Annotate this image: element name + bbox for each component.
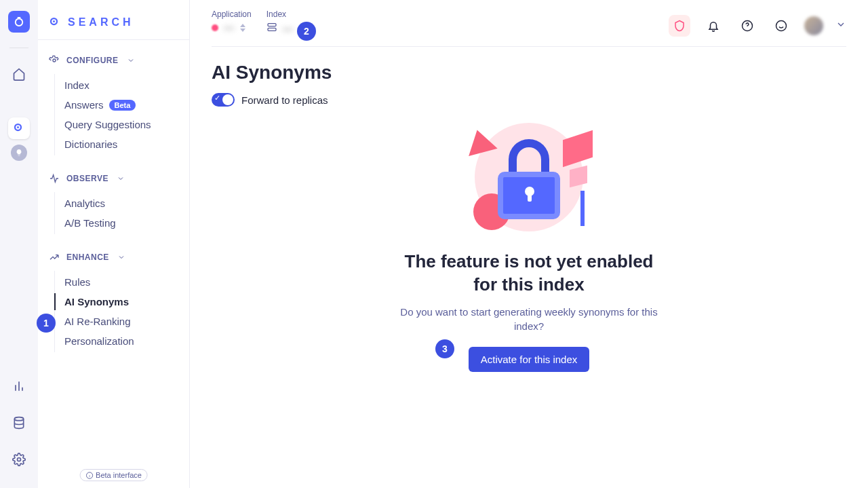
help-icon[interactable] [736, 15, 758, 37]
beta-badge: Beta [109, 100, 136, 111]
annotation-1: 1 [37, 314, 56, 333]
index-selector-value: — [283, 23, 293, 35]
smile-icon[interactable] [770, 15, 792, 37]
sidebar-item-query-suggestions[interactable]: Query Suggestions [55, 115, 181, 134]
sidebar-item-index[interactable]: Index [55, 75, 181, 95]
home-icon[interactable] [8, 63, 30, 85]
sidebar-item-ai-reranking[interactable]: AI Re-Ranking [55, 312, 181, 331]
app-stepper-icon[interactable] [239, 24, 246, 32]
sidebar-item-answers[interactable]: AnswersBeta [55, 95, 181, 115]
lock-illustration [461, 123, 597, 238]
empty-state: The feature is not yet enabled for this … [212, 123, 846, 372]
brand-text: SEARCH [68, 16, 134, 29]
svg-point-0 [16, 19, 23, 26]
svg-rect-9 [268, 24, 276, 26]
section-label: ENHANCE [66, 252, 109, 262]
beta-interface-chip[interactable]: Beta interface [79, 469, 148, 481]
app-selector-label: Application [212, 10, 252, 19]
annotation-2: 2 [297, 22, 316, 41]
sidebar-item-personalization[interactable]: Personalization [55, 331, 181, 351]
index-db-icon [267, 22, 277, 35]
sidebar: SEARCH CONFIGURE Index AnswersBeta Query… [38, 0, 190, 488]
section-configure[interactable]: CONFIGURE [46, 51, 181, 70]
sidebar-item-ab-testing[interactable]: A/B Testing [55, 213, 181, 233]
svg-point-7 [53, 59, 56, 62]
info-icon [85, 472, 93, 479]
svg-point-3 [14, 417, 23, 421]
forward-replicas-row: Forward to replicas [212, 93, 846, 107]
account-menu-chevron-icon[interactable] [835, 19, 846, 33]
forward-replicas-toggle[interactable] [212, 93, 235, 107]
svg-rect-10 [268, 28, 276, 31]
bell-icon[interactable] [703, 15, 724, 37]
svg-point-6 [53, 20, 55, 22]
app-logo-icon[interactable] [8, 11, 30, 33]
pulse-icon [49, 173, 60, 184]
chevron-down-icon [117, 253, 125, 261]
section-enhance[interactable]: ENHANCE [46, 248, 181, 267]
application-selector[interactable]: Application — [212, 10, 252, 35]
avatar[interactable] [804, 16, 823, 35]
empty-title: The feature is not yet enabled for this … [405, 250, 654, 297]
settings-rail-icon[interactable] [8, 449, 30, 470]
app-selector-value: — [224, 22, 234, 33]
annotation-3: 3 [435, 339, 454, 358]
activate-button[interactable]: Activate for this index [469, 347, 590, 372]
section-observe[interactable]: OBSERVE [46, 169, 181, 188]
header-actions [669, 10, 846, 37]
chevron-down-icon [117, 174, 125, 183]
trend-icon [49, 252, 60, 263]
analytics-rail-icon[interactable] [8, 375, 30, 397]
shield-icon[interactable] [669, 15, 690, 37]
forward-replicas-label: Forward to replicas [241, 94, 328, 106]
product-brand: SEARCH [46, 11, 181, 39]
svg-point-4 [18, 458, 21, 462]
sidebar-item-dictionaries[interactable]: Dictionaries [55, 134, 181, 154]
section-label: OBSERVE [66, 174, 108, 183]
search-product-icon[interactable] [8, 117, 30, 139]
sidebar-item-analytics[interactable]: Analytics [55, 193, 181, 213]
svg-point-2 [17, 126, 19, 128]
chevron-down-icon [127, 56, 135, 64]
section-label: CONFIGURE [66, 56, 119, 65]
sidebar-item-ai-synonyms[interactable]: AI Synonyms [55, 292, 181, 312]
page-title: AI Synonyms [212, 62, 846, 83]
sidebar-item-rules[interactable]: Rules [55, 272, 181, 292]
icon-rail [0, 0, 38, 488]
empty-subtitle: Do you want to start generating weekly s… [393, 305, 665, 333]
index-selector-label: Index [267, 10, 305, 19]
gear-icon [49, 55, 60, 66]
svg-point-12 [776, 21, 787, 31]
app-dot-icon [212, 24, 218, 31]
hint-icon[interactable] [11, 145, 27, 161]
main-content: Application — Index — [190, 0, 868, 488]
database-rail-icon[interactable] [8, 412, 30, 434]
